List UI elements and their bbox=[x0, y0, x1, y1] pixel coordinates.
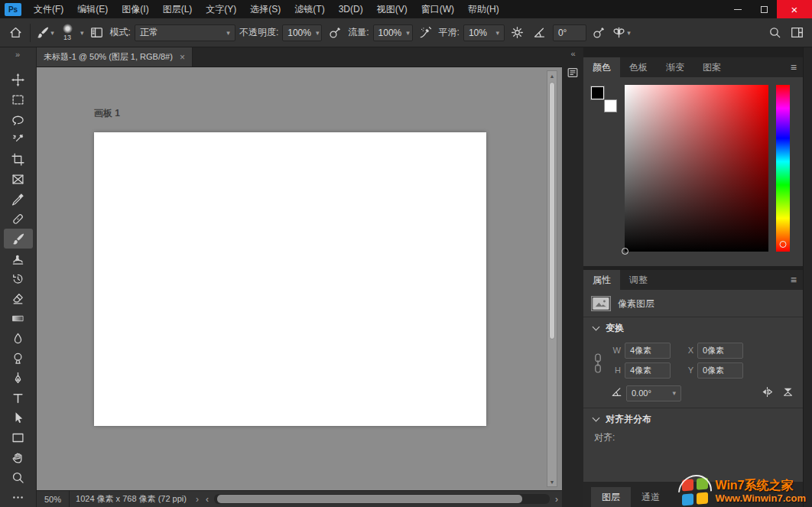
tool-spot-healing-brush[interactable] bbox=[4, 209, 33, 229]
tool-rectangle-shape[interactable] bbox=[4, 427, 33, 447]
search-button[interactable] bbox=[765, 23, 784, 43]
tool-eraser[interactable] bbox=[4, 288, 33, 308]
opacity-select[interactable]: 100% ▾ bbox=[282, 24, 322, 41]
collapsed-panel-button[interactable] bbox=[564, 64, 581, 81]
height-input[interactable]: 4像素 bbox=[625, 362, 671, 379]
document-tab[interactable]: 未标题-1 @ 50% (图层 1, RGB/8#) × bbox=[37, 47, 193, 67]
transform-section-header[interactable]: 变换 bbox=[583, 317, 803, 339]
hue-slider[interactable] bbox=[776, 85, 790, 252]
tool-blur[interactable] bbox=[4, 328, 33, 348]
chevron-down-icon[interactable]: ▾ bbox=[80, 29, 84, 37]
scroll-up-icon[interactable]: ▲ bbox=[550, 71, 555, 80]
horizontal-scrollbar-thumb[interactable] bbox=[217, 495, 523, 503]
tab-color[interactable]: 颜色 bbox=[583, 57, 620, 77]
maximize-button[interactable] bbox=[751, 0, 777, 18]
color-picker-indicator[interactable] bbox=[622, 248, 628, 255]
minimize-button[interactable] bbox=[725, 0, 751, 18]
expand-panels-button[interactable]: « bbox=[570, 47, 574, 60]
tool-type[interactable] bbox=[4, 388, 33, 408]
paint-symmetry-button[interactable]: ▾ bbox=[612, 23, 631, 43]
tool-crop[interactable] bbox=[4, 149, 33, 169]
title-bar: Ps 文件(F) 编辑(E) 图像(I) 图层(L) 文字(Y) 选择(S) 滤… bbox=[0, 0, 812, 18]
pressure-size-button[interactable] bbox=[590, 23, 609, 43]
options-bar: ▾ 13 ▾ 模式: 正常 ▾ 不透明度: 100% ▾ 流量: 100% ▾ bbox=[0, 18, 812, 47]
tool-path-selection[interactable] bbox=[4, 408, 33, 427]
tab-layers[interactable]: 图层 bbox=[591, 487, 631, 507]
menu-help[interactable]: 帮助(H) bbox=[461, 0, 506, 18]
align-section-title: 对齐并分布 bbox=[606, 413, 651, 426]
tab-channels[interactable]: 通道 bbox=[631, 487, 671, 507]
watermark-title: Win7系统之家 bbox=[715, 478, 806, 492]
tool-lasso[interactable] bbox=[4, 109, 33, 129]
vertical-scrollbar-thumb[interactable] bbox=[549, 82, 555, 340]
scroll-left-icon[interactable]: ‹ bbox=[202, 494, 213, 505]
menu-layer[interactable]: 图层(L) bbox=[156, 0, 200, 18]
tool-pen[interactable] bbox=[4, 368, 33, 388]
tool-eyedropper[interactable] bbox=[4, 189, 33, 209]
pressure-opacity-button[interactable] bbox=[326, 23, 344, 43]
tab-swatches[interactable]: 色板 bbox=[620, 57, 657, 77]
tool-clone-stamp[interactable] bbox=[4, 249, 33, 268]
horizontal-scrollbar[interactable] bbox=[214, 494, 550, 504]
tool-dodge[interactable] bbox=[4, 348, 33, 368]
tool-zoom[interactable] bbox=[4, 467, 33, 487]
tab-patterns[interactable]: 图案 bbox=[693, 57, 730, 77]
tool-hand[interactable] bbox=[4, 447, 33, 467]
menu-image[interactable]: 图像(I) bbox=[115, 0, 155, 18]
rotate-angle-select[interactable]: 0.00° ▾ bbox=[626, 385, 681, 401]
menu-window[interactable]: 窗口(W) bbox=[414, 0, 461, 18]
foreground-color-swatch[interactable] bbox=[591, 86, 604, 99]
brush-angle-input[interactable]: 0° bbox=[553, 24, 586, 41]
tab-properties[interactable]: 属性 bbox=[583, 270, 620, 290]
link-dimensions-icon[interactable] bbox=[593, 346, 603, 382]
width-input[interactable]: 4像素 bbox=[625, 343, 671, 359]
tool-brush[interactable] bbox=[4, 229, 33, 249]
smoothing-select[interactable]: 10% ▾ bbox=[463, 24, 505, 41]
scroll-right-icon[interactable]: › bbox=[551, 494, 562, 505]
status-menu-chevron-icon[interactable]: › bbox=[196, 494, 199, 505]
background-color-swatch[interactable] bbox=[604, 99, 617, 112]
menu-filter[interactable]: 滤镜(T) bbox=[287, 0, 331, 18]
tool-frame[interactable] bbox=[4, 169, 33, 189]
blend-mode-select[interactable]: 正常 ▾ bbox=[135, 24, 235, 41]
tool-object-selection[interactable] bbox=[4, 129, 33, 149]
tab-adjustments[interactable]: 调整 bbox=[620, 270, 657, 290]
artboard-label[interactable]: 画板 1 bbox=[94, 107, 120, 120]
tab-close-icon[interactable]: × bbox=[180, 52, 185, 63]
flip-horizontal-button[interactable] bbox=[762, 386, 773, 400]
toggle-brush-settings-button[interactable] bbox=[88, 23, 106, 43]
scroll-down-icon[interactable]: ▼ bbox=[550, 477, 555, 486]
tool-history-brush[interactable] bbox=[4, 268, 33, 288]
panel-menu-icon[interactable]: ≡ bbox=[791, 270, 797, 290]
menu-3d[interactable]: 3D(D) bbox=[332, 0, 370, 18]
workspace-switcher-button[interactable] bbox=[788, 23, 806, 43]
zoom-level-input[interactable]: 50% bbox=[37, 491, 70, 507]
menu-file[interactable]: 文件(F) bbox=[27, 0, 70, 18]
panel-menu-icon[interactable]: ≡ bbox=[791, 57, 797, 77]
tool-move[interactable] bbox=[4, 70, 33, 89]
toolbar-collapse-button[interactable]: » bbox=[0, 47, 36, 60]
brush-preset-picker[interactable]: 13 bbox=[58, 24, 76, 41]
tool-gradient[interactable] bbox=[4, 308, 33, 328]
align-section-header[interactable]: 对齐并分布 bbox=[583, 408, 803, 430]
tool-preset-picker[interactable]: ▾ bbox=[36, 23, 54, 43]
close-button[interactable]: × bbox=[777, 0, 812, 18]
saturation-brightness-field[interactable] bbox=[625, 85, 768, 252]
menu-edit[interactable]: 编辑(E) bbox=[70, 0, 115, 18]
airbrush-button[interactable] bbox=[417, 23, 435, 43]
menu-type[interactable]: 文字(Y) bbox=[199, 0, 243, 18]
x-position-input[interactable]: 0像素 bbox=[697, 343, 743, 359]
menu-select[interactable]: 选择(S) bbox=[243, 0, 287, 18]
menu-view[interactable]: 视图(V) bbox=[370, 0, 414, 18]
tool-rectangular-marquee[interactable] bbox=[4, 89, 33, 109]
edit-toolbar-button[interactable] bbox=[4, 487, 33, 507]
flip-vertical-button[interactable] bbox=[782, 386, 794, 400]
tab-gradients[interactable]: 渐变 bbox=[657, 57, 693, 77]
artboard-canvas[interactable] bbox=[94, 132, 486, 426]
hue-slider-indicator[interactable] bbox=[780, 241, 787, 248]
flow-select[interactable]: 100% ▾ bbox=[373, 24, 413, 41]
smoothing-options-button[interactable] bbox=[508, 23, 527, 43]
vertical-scrollbar[interactable]: ▲ ▼ bbox=[547, 70, 557, 487]
home-button[interactable] bbox=[6, 23, 24, 43]
y-position-input[interactable]: 0像素 bbox=[697, 362, 743, 379]
